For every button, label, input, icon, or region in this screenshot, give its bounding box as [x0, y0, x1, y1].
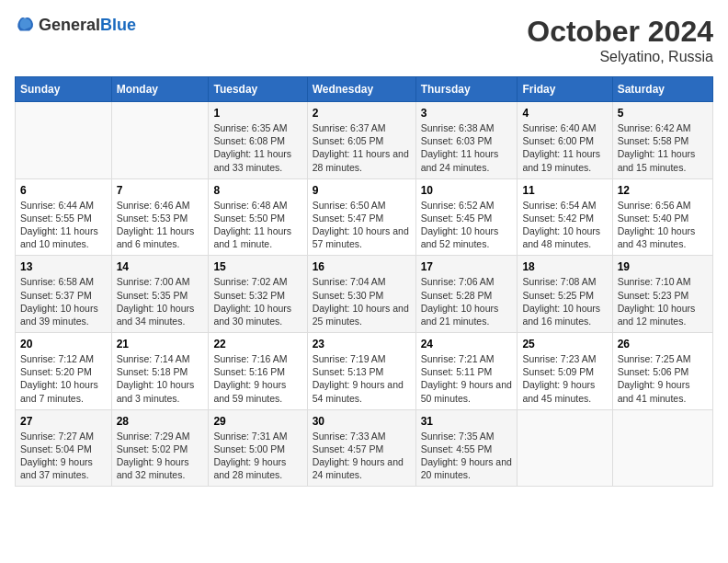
- day-number: 17: [421, 260, 513, 273]
- day-cell: 24Sunrise: 7:21 AM Sunset: 5:11 PM Dayli…: [415, 333, 518, 410]
- day-detail: Sunrise: 7:27 AM Sunset: 5:04 PM Dayligh…: [20, 430, 107, 482]
- day-number: 25: [522, 338, 607, 350]
- day-cell: 19Sunrise: 7:10 AM Sunset: 5:23 PM Dayli…: [612, 256, 712, 333]
- day-detail: Sunrise: 7:19 AM Sunset: 5:13 PM Dayligh…: [313, 352, 411, 405]
- day-detail: Sunrise: 7:10 AM Sunset: 5:23 PM Dayligh…: [618, 275, 708, 327]
- day-cell: 13Sunrise: 6:58 AM Sunset: 5:37 PM Dayli…: [16, 256, 112, 333]
- day-number: 2: [313, 107, 411, 120]
- day-cell: 28Sunrise: 7:29 AM Sunset: 5:02 PM Dayli…: [111, 409, 209, 487]
- day-cell: 8Sunrise: 6:48 AM Sunset: 5:50 PM Daylig…: [209, 178, 307, 256]
- day-detail: Sunrise: 6:42 AM Sunset: 5:58 PM Dayligh…: [618, 121, 708, 174]
- week-row-1: 1Sunrise: 6:35 AM Sunset: 6:08 PM Daylig…: [16, 102, 713, 179]
- day-detail: Sunrise: 6:44 AM Sunset: 5:55 PM Dayligh…: [20, 199, 107, 251]
- day-detail: Sunrise: 7:02 AM Sunset: 5:32 PM Dayligh…: [213, 275, 301, 327]
- day-detail: Sunrise: 6:52 AM Sunset: 5:45 PM Dayligh…: [421, 199, 513, 251]
- day-detail: Sunrise: 7:00 AM Sunset: 5:35 PM Dayligh…: [117, 275, 204, 327]
- day-number: 3: [421, 107, 513, 120]
- day-detail: Sunrise: 7:25 AM Sunset: 5:06 PM Dayligh…: [618, 352, 708, 405]
- logo-general: General: [39, 16, 100, 34]
- header-wednesday: Wednesday: [307, 77, 415, 102]
- header-sunday: Sunday: [16, 77, 112, 102]
- day-detail: Sunrise: 6:56 AM Sunset: 5:40 PM Dayligh…: [618, 199, 708, 251]
- day-number: 4: [522, 107, 607, 120]
- day-detail: Sunrise: 6:35 AM Sunset: 6:08 PM Dayligh…: [213, 121, 301, 174]
- day-detail: Sunrise: 7:04 AM Sunset: 5:30 PM Dayligh…: [313, 275, 411, 327]
- calendar-title: October 2024: [527, 15, 713, 49]
- day-cell: 3Sunrise: 6:38 AM Sunset: 6:03 PM Daylig…: [415, 102, 518, 179]
- day-cell: 12Sunrise: 6:56 AM Sunset: 5:40 PM Dayli…: [612, 178, 712, 256]
- day-cell: 9Sunrise: 6:50 AM Sunset: 5:47 PM Daylig…: [307, 178, 415, 256]
- day-cell: 16Sunrise: 7:04 AM Sunset: 5:30 PM Dayli…: [307, 256, 415, 333]
- header-friday: Friday: [518, 77, 612, 102]
- day-number: 12: [618, 184, 708, 197]
- day-number: 31: [421, 415, 513, 428]
- day-cell: 20Sunrise: 7:12 AM Sunset: 5:20 PM Dayli…: [16, 333, 112, 410]
- day-cell: 17Sunrise: 7:06 AM Sunset: 5:28 PM Dayli…: [415, 256, 518, 333]
- header-monday: Monday: [111, 77, 209, 102]
- day-number: 10: [421, 184, 513, 197]
- calendar-subtitle: Selyatino, Russia: [527, 49, 713, 65]
- logo-blue: Blue: [100, 16, 136, 34]
- day-number: 15: [213, 260, 301, 273]
- day-number: 11: [522, 184, 607, 197]
- day-cell: 30Sunrise: 7:33 AM Sunset: 4:57 PM Dayli…: [307, 409, 415, 487]
- header-tuesday: Tuesday: [209, 77, 307, 102]
- day-cell: 14Sunrise: 7:00 AM Sunset: 5:35 PM Dayli…: [111, 256, 209, 333]
- header-row: SundayMondayTuesdayWednesdayThursdayFrid…: [16, 77, 713, 102]
- day-detail: Sunrise: 7:33 AM Sunset: 4:57 PM Dayligh…: [313, 430, 411, 482]
- day-number: 28: [117, 415, 204, 428]
- day-number: 29: [213, 415, 301, 428]
- day-cell: 27Sunrise: 7:27 AM Sunset: 5:04 PM Dayli…: [16, 409, 112, 487]
- day-detail: Sunrise: 7:21 AM Sunset: 5:11 PM Dayligh…: [421, 352, 513, 405]
- day-cell: 2Sunrise: 6:37 AM Sunset: 6:05 PM Daylig…: [307, 102, 415, 179]
- day-cell: 11Sunrise: 6:54 AM Sunset: 5:42 PM Dayli…: [518, 178, 612, 256]
- logo: GeneralBlue: [15, 15, 136, 35]
- day-detail: Sunrise: 6:48 AM Sunset: 5:50 PM Dayligh…: [213, 199, 301, 251]
- day-detail: Sunrise: 6:40 AM Sunset: 6:00 PM Dayligh…: [522, 121, 607, 174]
- day-cell: 31Sunrise: 7:35 AM Sunset: 4:55 PM Dayli…: [415, 409, 518, 487]
- day-cell: [518, 409, 612, 487]
- day-cell: 22Sunrise: 7:16 AM Sunset: 5:16 PM Dayli…: [209, 333, 307, 410]
- calendar-header: SundayMondayTuesdayWednesdayThursdayFrid…: [16, 77, 713, 102]
- day-detail: Sunrise: 6:58 AM Sunset: 5:37 PM Dayligh…: [20, 275, 107, 327]
- day-number: 1: [213, 107, 301, 120]
- week-row-4: 20Sunrise: 7:12 AM Sunset: 5:20 PM Dayli…: [16, 333, 713, 410]
- day-detail: Sunrise: 6:37 AM Sunset: 6:05 PM Dayligh…: [313, 121, 411, 174]
- day-cell: 10Sunrise: 6:52 AM Sunset: 5:45 PM Dayli…: [415, 178, 518, 256]
- week-row-2: 6Sunrise: 6:44 AM Sunset: 5:55 PM Daylig…: [16, 178, 713, 256]
- day-number: 9: [313, 184, 411, 197]
- day-cell: 21Sunrise: 7:14 AM Sunset: 5:18 PM Dayli…: [111, 333, 209, 410]
- day-number: 7: [117, 184, 204, 197]
- day-detail: Sunrise: 6:54 AM Sunset: 5:42 PM Dayligh…: [522, 199, 607, 251]
- day-number: 13: [20, 260, 107, 273]
- day-number: 14: [117, 260, 204, 273]
- day-detail: Sunrise: 7:29 AM Sunset: 5:02 PM Dayligh…: [117, 430, 204, 482]
- day-number: 18: [522, 260, 607, 273]
- day-detail: Sunrise: 6:46 AM Sunset: 5:53 PM Dayligh…: [117, 199, 204, 251]
- week-row-3: 13Sunrise: 6:58 AM Sunset: 5:37 PM Dayli…: [16, 256, 713, 333]
- day-number: 19: [618, 260, 708, 273]
- page-header: GeneralBlue October 2024 Selyatino, Russ…: [15, 15, 713, 65]
- day-detail: Sunrise: 6:50 AM Sunset: 5:47 PM Dayligh…: [313, 199, 411, 251]
- day-number: 27: [20, 415, 107, 428]
- day-detail: Sunrise: 7:06 AM Sunset: 5:28 PM Dayligh…: [421, 275, 513, 327]
- day-cell: 29Sunrise: 7:31 AM Sunset: 5:00 PM Dayli…: [209, 409, 307, 487]
- day-number: 22: [213, 338, 301, 350]
- day-number: 30: [313, 415, 411, 428]
- day-number: 23: [313, 338, 411, 350]
- day-cell: 18Sunrise: 7:08 AM Sunset: 5:25 PM Dayli…: [518, 256, 612, 333]
- day-cell: 26Sunrise: 7:25 AM Sunset: 5:06 PM Dayli…: [612, 333, 712, 410]
- day-cell: 4Sunrise: 6:40 AM Sunset: 6:00 PM Daylig…: [518, 102, 612, 179]
- day-number: 24: [421, 338, 513, 350]
- calendar-body: 1Sunrise: 6:35 AM Sunset: 6:08 PM Daylig…: [16, 102, 713, 487]
- day-detail: Sunrise: 7:23 AM Sunset: 5:09 PM Dayligh…: [522, 352, 607, 405]
- day-number: 8: [213, 184, 301, 197]
- day-detail: Sunrise: 7:16 AM Sunset: 5:16 PM Dayligh…: [213, 352, 301, 405]
- day-number: 26: [618, 338, 708, 350]
- day-detail: Sunrise: 6:38 AM Sunset: 6:03 PM Dayligh…: [421, 121, 513, 174]
- day-detail: Sunrise: 7:08 AM Sunset: 5:25 PM Dayligh…: [522, 275, 607, 327]
- day-detail: Sunrise: 7:12 AM Sunset: 5:20 PM Dayligh…: [20, 352, 107, 405]
- day-number: 16: [313, 260, 411, 273]
- day-cell: 15Sunrise: 7:02 AM Sunset: 5:32 PM Dayli…: [209, 256, 307, 333]
- logo-text: GeneralBlue: [39, 16, 136, 35]
